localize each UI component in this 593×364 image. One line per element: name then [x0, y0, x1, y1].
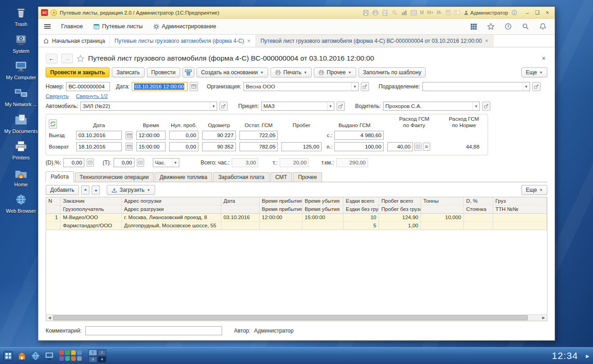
maximize-button[interactable]: ❑ — [533, 9, 542, 17]
desktop-icon-trash[interactable]: Trash — [2, 6, 40, 27]
organization-open-button[interactable] — [361, 82, 369, 91]
departure-date-field[interactable]: 03.10.2016 — [76, 131, 122, 140]
main-menu-button[interactable]: ▾ — [51, 10, 57, 16]
scroll-left-icon[interactable]: ◀ — [46, 316, 53, 320]
date-calendar-button[interactable] — [190, 82, 198, 91]
print-preview-icon[interactable] — [382, 10, 388, 16]
departure-fuel-rest-field[interactable]: 722,05 — [239, 131, 278, 140]
info-icon[interactable] — [511, 10, 517, 15]
create-based-on-button[interactable]: Создать на основании▼ — [197, 67, 268, 77]
favorites-star-icon[interactable] — [487, 23, 494, 30]
departure-time-field[interactable]: 12:00:00 — [136, 131, 166, 140]
department-open-button[interactable] — [532, 82, 541, 91]
write-button[interactable]: Записать — [112, 67, 144, 77]
tab-home-page[interactable]: Начальная страница — [38, 35, 110, 47]
workspace-1[interactable]: 1 — [88, 349, 97, 356]
more-button[interactable]: Еще▼ — [521, 67, 547, 77]
quick-launch-icon[interactable] — [71, 356, 76, 361]
home-folder-icon[interactable] — [16, 350, 27, 361]
scrollbar-thumb[interactable] — [53, 315, 528, 320]
tab-other[interactable]: Прочее — [293, 172, 322, 182]
trailer-field[interactable]: МАЗ ▼ — [261, 102, 334, 111]
departure-odometer-field[interactable]: 90 227 — [202, 131, 236, 140]
caret-down-icon[interactable]: ▼ — [327, 102, 334, 110]
move-up-button[interactable] — [81, 185, 89, 195]
history-icon[interactable] — [505, 23, 512, 30]
tab-tech-operations[interactable]: Технологические операции — [75, 172, 154, 182]
show-desktop-icon[interactable] — [44, 350, 55, 361]
hamburger-menu-icon[interactable] — [44, 23, 51, 30]
date-field[interactable]: 03.10.2016 12:00:00 — [132, 82, 187, 91]
favorite-star-icon[interactable] — [77, 55, 84, 62]
taskbar-expand-icon[interactable]: ▶ — [586, 354, 589, 359]
desktop-icon-system[interactable]: System — [2, 33, 40, 54]
menu-waybills[interactable]: Путевые листы — [90, 21, 146, 32]
desktop-icon-my-documents[interactable]: My Documents — [2, 113, 40, 134]
caret-down-icon[interactable]: ▼ — [351, 82, 358, 91]
quick-launch-icon[interactable] — [59, 356, 64, 361]
save-icon[interactable] — [363, 10, 369, 16]
fact-fill-button[interactable] — [414, 143, 421, 151]
number-field[interactable]: ВС-000000004 — [66, 82, 110, 91]
apps-grid-icon[interactable] — [470, 23, 477, 30]
organization-field[interactable]: Весна ООО ▼ — [244, 82, 359, 91]
app-launcher-icon[interactable] — [3, 350, 14, 361]
return-time-field[interactable]: 15:00:00 — [136, 142, 166, 151]
collapse-half-link[interactable]: Свернуть 1/2 — [76, 93, 108, 99]
quick-launch-icon[interactable] — [59, 350, 64, 355]
forward-button[interactable]: → — [61, 54, 73, 63]
notifications-bell-icon[interactable] — [539, 23, 546, 30]
quick-launch-icon[interactable] — [77, 356, 82, 361]
fill-by-template-button[interactable]: Заполнить по шаблону — [359, 67, 426, 77]
coef-d-field[interactable]: 0,00 — [63, 158, 84, 167]
coef-t-field[interactable]: 0,00 — [114, 158, 135, 167]
trailer-open-button[interactable] — [337, 102, 345, 111]
horizontal-scrollbar[interactable]: ◀ ▶ — [46, 314, 547, 321]
tab-fuel-movement[interactable]: Движение топлива — [155, 172, 212, 182]
coef-d-table-button[interactable] — [87, 159, 94, 167]
workspace-2[interactable]: 2 — [98, 349, 106, 356]
refresh-button[interactable] — [49, 119, 57, 128]
tab-waybill-document[interactable]: Путевой лист грузового автомобиля (форма… — [256, 35, 494, 47]
search-icon[interactable] — [522, 23, 529, 30]
close-window-button[interactable]: × — [543, 9, 552, 17]
workspace-3[interactable]: 3 — [88, 356, 97, 363]
memory-m-button[interactable]: M — [420, 10, 424, 15]
departure-calendar-button[interactable] — [125, 131, 133, 139]
caret-down-icon[interactable]: ▼ — [172, 159, 179, 167]
return-calendar-button[interactable] — [125, 143, 133, 151]
caret-down-icon[interactable]: ▼ — [210, 102, 217, 110]
close-tab-icon[interactable]: × — [247, 38, 251, 44]
menu-main[interactable]: Главное — [58, 21, 86, 31]
network-globe-icon[interactable] — [30, 350, 41, 361]
desktop-icon-web-browser[interactable]: Web Browser — [2, 193, 40, 214]
return-date-field[interactable]: 18.10.2016 — [76, 142, 122, 151]
desktop-icon-my-network[interactable]: My Network ... — [2, 87, 40, 108]
post-button[interactable]: Провести — [147, 67, 180, 77]
post-and-close-button[interactable]: Провести и закрыть — [46, 67, 109, 77]
quick-launch-icon[interactable] — [65, 350, 70, 355]
department-field[interactable]: ▼ — [422, 82, 530, 91]
quick-launch-cluster[interactable] — [59, 350, 82, 361]
other-menu-button[interactable]: Прочее▼ — [314, 67, 356, 77]
return-odometer-field[interactable]: 90 352 — [202, 142, 236, 151]
scroll-right-icon[interactable]: ▶ — [540, 316, 547, 320]
current-user[interactable]: Администратор — [463, 10, 508, 15]
desktop-icon-home[interactable]: Home — [2, 167, 40, 188]
tab-work[interactable]: Работа — [46, 171, 74, 182]
return-fuel-given-field[interactable]: 100,00 — [334, 142, 384, 151]
table-row[interactable]: 1 М-Видео/ООО г. Москва, Лианозовский пр… — [46, 214, 547, 230]
caret-down-icon[interactable]: ▼ — [473, 102, 479, 110]
back-button[interactable]: ← — [46, 54, 57, 63]
calculator-icon[interactable] — [445, 10, 451, 15]
driver-open-button[interactable] — [482, 102, 490, 111]
quick-launch-icon[interactable] — [77, 350, 82, 355]
tab-smt[interactable]: СМТ — [270, 172, 292, 182]
memory-mplus-button[interactable]: M+ — [427, 10, 433, 15]
workspace-4[interactable]: 4 — [98, 356, 106, 363]
minimize-button[interactable]: – — [523, 9, 532, 17]
return-run-field[interactable]: 125,00 — [281, 142, 322, 151]
close-tab-icon[interactable]: × — [484, 38, 489, 44]
caret-down-icon[interactable]: ▼ — [523, 82, 530, 91]
return-fuel-rest-field[interactable]: 782,05 — [239, 142, 278, 151]
